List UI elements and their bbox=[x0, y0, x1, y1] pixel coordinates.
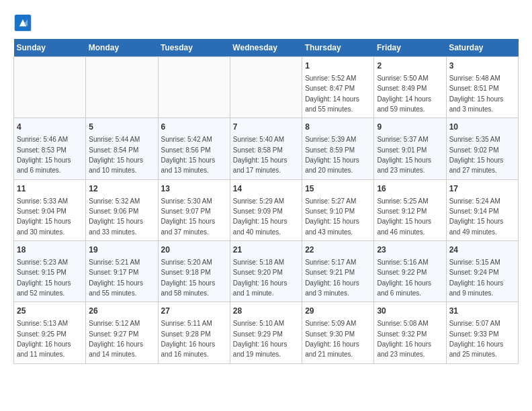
day-number: 31 bbox=[449, 306, 515, 317]
day-info: Sunrise: 5:10 AM Sunset: 9:29 PM Dayligh… bbox=[233, 320, 287, 358]
day-number: 5 bbox=[89, 122, 154, 133]
calendar-day-cell bbox=[86, 57, 158, 118]
page-header bbox=[13, 13, 519, 32]
calendar-week-row: 25Sunrise: 5:13 AM Sunset: 9:25 PM Dayli… bbox=[14, 302, 519, 363]
day-number: 12 bbox=[89, 183, 154, 195]
calendar-day-cell: 22Sunrise: 5:17 AM Sunset: 9:21 PM Dayli… bbox=[302, 241, 374, 302]
calendar-week-row: 1Sunrise: 5:52 AM Sunset: 8:47 PM Daylig… bbox=[14, 57, 519, 118]
day-info: Sunrise: 5:16 AM Sunset: 9:22 PM Dayligh… bbox=[377, 259, 431, 297]
day-number: 11 bbox=[17, 183, 83, 195]
day-info: Sunrise: 5:50 AM Sunset: 8:49 PM Dayligh… bbox=[377, 75, 431, 113]
day-number: 26 bbox=[89, 306, 154, 317]
calendar-day-cell: 6Sunrise: 5:42 AM Sunset: 8:56 PM Daylig… bbox=[158, 118, 230, 179]
days-header-row: SundayMondayTuesdayWednesdayThursdayFrid… bbox=[14, 39, 519, 57]
day-info: Sunrise: 5:13 AM Sunset: 9:25 PM Dayligh… bbox=[17, 320, 71, 358]
day-info: Sunrise: 5:44 AM Sunset: 8:54 PM Dayligh… bbox=[89, 136, 143, 174]
calendar-day-cell: 4Sunrise: 5:46 AM Sunset: 8:53 PM Daylig… bbox=[14, 118, 86, 179]
day-number: 14 bbox=[233, 183, 299, 195]
day-of-week-header: Monday bbox=[86, 39, 158, 57]
day-info: Sunrise: 5:27 AM Sunset: 9:10 PM Dayligh… bbox=[305, 197, 359, 236]
calendar-day-cell: 13Sunrise: 5:30 AM Sunset: 9:07 PM Dayli… bbox=[158, 179, 230, 240]
day-of-week-header: Friday bbox=[374, 39, 446, 57]
calendar-day-cell bbox=[230, 57, 302, 118]
day-info: Sunrise: 5:32 AM Sunset: 9:06 PM Dayligh… bbox=[89, 197, 143, 236]
day-number: 4 bbox=[17, 122, 83, 133]
calendar-day-cell: 7Sunrise: 5:40 AM Sunset: 8:58 PM Daylig… bbox=[230, 118, 302, 179]
day-number: 22 bbox=[305, 244, 371, 256]
calendar-day-cell: 23Sunrise: 5:16 AM Sunset: 9:22 PM Dayli… bbox=[374, 241, 446, 302]
calendar-day-cell: 2Sunrise: 5:50 AM Sunset: 8:49 PM Daylig… bbox=[374, 57, 446, 118]
calendar-day-cell: 21Sunrise: 5:18 AM Sunset: 9:20 PM Dayli… bbox=[230, 241, 302, 302]
calendar-day-cell: 25Sunrise: 5:13 AM Sunset: 9:25 PM Dayli… bbox=[14, 302, 86, 363]
day-number: 9 bbox=[377, 122, 443, 133]
calendar-day-cell: 10Sunrise: 5:35 AM Sunset: 9:02 PM Dayli… bbox=[446, 118, 518, 179]
calendar-body: 1Sunrise: 5:52 AM Sunset: 8:47 PM Daylig… bbox=[14, 57, 519, 364]
day-number: 24 bbox=[449, 244, 515, 256]
calendar-day-cell: 9Sunrise: 5:37 AM Sunset: 9:01 PM Daylig… bbox=[374, 118, 446, 179]
calendar-table: SundayMondayTuesdayWednesdayThursdayFrid… bbox=[13, 39, 519, 364]
calendar-day-cell: 1Sunrise: 5:52 AM Sunset: 8:47 PM Daylig… bbox=[302, 57, 374, 118]
day-number: 28 bbox=[233, 306, 299, 317]
day-info: Sunrise: 5:48 AM Sunset: 8:51 PM Dayligh… bbox=[449, 75, 504, 113]
day-info: Sunrise: 5:18 AM Sunset: 9:20 PM Dayligh… bbox=[233, 259, 287, 297]
calendar-day-cell: 8Sunrise: 5:39 AM Sunset: 8:59 PM Daylig… bbox=[302, 118, 374, 179]
calendar-day-cell: 26Sunrise: 5:12 AM Sunset: 9:27 PM Dayli… bbox=[86, 302, 158, 363]
day-info: Sunrise: 5:17 AM Sunset: 9:21 PM Dayligh… bbox=[305, 259, 359, 297]
day-of-week-header: Tuesday bbox=[158, 39, 230, 57]
calendar-day-cell: 5Sunrise: 5:44 AM Sunset: 8:54 PM Daylig… bbox=[86, 118, 158, 179]
day-number: 23 bbox=[377, 244, 443, 256]
day-number: 1 bbox=[305, 60, 371, 72]
calendar-day-cell bbox=[158, 57, 230, 118]
day-info: Sunrise: 5:23 AM Sunset: 9:15 PM Dayligh… bbox=[17, 259, 71, 297]
day-info: Sunrise: 5:42 AM Sunset: 8:56 PM Dayligh… bbox=[161, 136, 216, 174]
day-info: Sunrise: 5:33 AM Sunset: 9:04 PM Dayligh… bbox=[17, 197, 71, 236]
day-info: Sunrise: 5:12 AM Sunset: 9:27 PM Dayligh… bbox=[89, 320, 143, 358]
day-number: 10 bbox=[449, 122, 515, 133]
day-info: Sunrise: 5:35 AM Sunset: 9:02 PM Dayligh… bbox=[449, 136, 504, 174]
calendar-day-cell: 12Sunrise: 5:32 AM Sunset: 9:06 PM Dayli… bbox=[86, 179, 158, 240]
day-info: Sunrise: 5:52 AM Sunset: 8:47 PM Dayligh… bbox=[305, 75, 359, 113]
logo-icon bbox=[13, 13, 32, 32]
day-info: Sunrise: 5:20 AM Sunset: 9:18 PM Dayligh… bbox=[161, 259, 216, 297]
day-info: Sunrise: 5:37 AM Sunset: 9:01 PM Dayligh… bbox=[377, 136, 431, 174]
calendar-day-cell: 29Sunrise: 5:09 AM Sunset: 9:30 PM Dayli… bbox=[302, 302, 374, 363]
day-info: Sunrise: 5:30 AM Sunset: 9:07 PM Dayligh… bbox=[161, 197, 216, 236]
calendar-day-cell: 18Sunrise: 5:23 AM Sunset: 9:15 PM Dayli… bbox=[14, 241, 86, 302]
calendar-day-cell: 3Sunrise: 5:48 AM Sunset: 8:51 PM Daylig… bbox=[446, 57, 518, 118]
day-info: Sunrise: 5:29 AM Sunset: 9:09 PM Dayligh… bbox=[233, 197, 287, 236]
day-number: 7 bbox=[233, 122, 299, 133]
calendar-day-cell: 17Sunrise: 5:24 AM Sunset: 9:14 PM Dayli… bbox=[446, 179, 518, 240]
day-number: 15 bbox=[305, 183, 371, 195]
day-number: 20 bbox=[161, 244, 227, 256]
day-info: Sunrise: 5:15 AM Sunset: 9:24 PM Dayligh… bbox=[449, 259, 504, 297]
day-info: Sunrise: 5:09 AM Sunset: 9:30 PM Dayligh… bbox=[305, 320, 359, 358]
day-of-week-header: Thursday bbox=[302, 39, 374, 57]
day-info: Sunrise: 5:24 AM Sunset: 9:14 PM Dayligh… bbox=[449, 197, 504, 236]
day-info: Sunrise: 5:39 AM Sunset: 8:59 PM Dayligh… bbox=[305, 136, 359, 174]
day-of-week-header: Saturday bbox=[446, 39, 518, 57]
calendar-day-cell bbox=[14, 57, 86, 118]
day-of-week-header: Wednesday bbox=[230, 39, 302, 57]
day-number: 8 bbox=[305, 122, 371, 133]
day-number: 19 bbox=[89, 244, 154, 256]
day-number: 16 bbox=[377, 183, 443, 195]
calendar-week-row: 18Sunrise: 5:23 AM Sunset: 9:15 PM Dayli… bbox=[14, 241, 519, 302]
day-number: 29 bbox=[305, 306, 371, 317]
day-number: 21 bbox=[233, 244, 299, 256]
day-number: 17 bbox=[449, 183, 515, 195]
calendar-day-cell: 11Sunrise: 5:33 AM Sunset: 9:04 PM Dayli… bbox=[14, 179, 86, 240]
day-info: Sunrise: 5:08 AM Sunset: 9:32 PM Dayligh… bbox=[377, 320, 431, 358]
day-number: 27 bbox=[161, 306, 227, 317]
day-info: Sunrise: 5:11 AM Sunset: 9:28 PM Dayligh… bbox=[161, 320, 216, 358]
calendar-day-cell: 28Sunrise: 5:10 AM Sunset: 9:29 PM Dayli… bbox=[230, 302, 302, 363]
logo bbox=[13, 13, 35, 32]
day-number: 2 bbox=[377, 60, 443, 72]
calendar-day-cell: 19Sunrise: 5:21 AM Sunset: 9:17 PM Dayli… bbox=[86, 241, 158, 302]
calendar-day-cell: 16Sunrise: 5:25 AM Sunset: 9:12 PM Dayli… bbox=[374, 179, 446, 240]
day-info: Sunrise: 5:40 AM Sunset: 8:58 PM Dayligh… bbox=[233, 136, 287, 174]
day-number: 3 bbox=[449, 60, 515, 72]
day-info: Sunrise: 5:46 AM Sunset: 8:53 PM Dayligh… bbox=[17, 136, 71, 174]
calendar-week-row: 4Sunrise: 5:46 AM Sunset: 8:53 PM Daylig… bbox=[14, 118, 519, 179]
calendar-day-cell: 31Sunrise: 5:07 AM Sunset: 9:33 PM Dayli… bbox=[446, 302, 518, 363]
day-number: 25 bbox=[17, 306, 83, 317]
